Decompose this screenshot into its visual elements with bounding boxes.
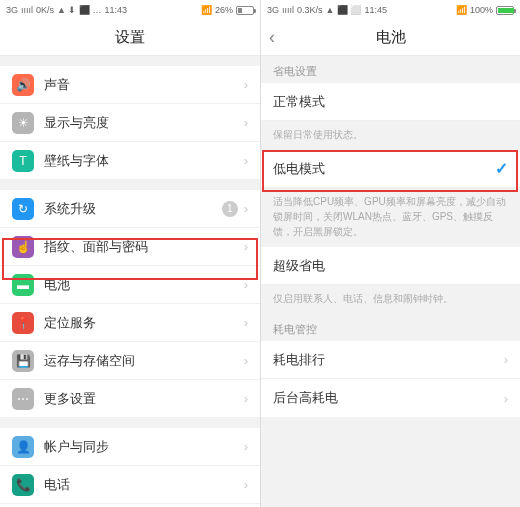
- battery-icon: [236, 6, 254, 15]
- accounts-sync-icon: 👤: [12, 436, 34, 458]
- mode-desc: 仅启用联系人、电话、信息和闹钟时钟。: [261, 285, 520, 314]
- display-brightness-icon: ☀: [12, 112, 34, 134]
- settings-row-ram-storage[interactable]: 💾运存与存储空间›: [0, 342, 260, 380]
- back-button[interactable]: ‹: [269, 27, 275, 48]
- battery-pct: 26%: [215, 5, 233, 15]
- chevron-right-icon: ›: [244, 477, 248, 492]
- battery-pct: 100%: [470, 5, 493, 15]
- row-label: 电话: [44, 476, 244, 494]
- row-label: 耗电排行: [273, 351, 504, 369]
- row-label: 运存与存储空间: [44, 352, 244, 370]
- status-icons: ▲ ⬇ ⬛ …: [57, 5, 101, 15]
- chevron-right-icon: ›: [244, 201, 248, 216]
- signal-icon: ııııl: [282, 5, 294, 15]
- status-bar: 3G ııııl 0K/s ▲ ⬇ ⬛ … 11:43 📶 26%: [0, 0, 260, 20]
- settings-row-fingerprint-face-password[interactable]: ☝指纹、面部与密码›: [0, 228, 260, 266]
- check-icon: ✓: [495, 159, 508, 178]
- ram-storage-icon: 💾: [12, 350, 34, 372]
- settings-list[interactable]: 🔊声音›☀显示与亮度›T壁纸与字体›↻系统升级1›☝指纹、面部与密码›▬电池›📍…: [0, 56, 260, 507]
- settings-row-system-upgrade[interactable]: ↻系统升级1›: [0, 190, 260, 228]
- header: ‹ 电池: [261, 20, 520, 56]
- settings-row-battery[interactable]: ▬电池›: [0, 266, 260, 304]
- settings-pane: 3G ııııl 0K/s ▲ ⬇ ⬛ … 11:43 📶 26% 设置 🔊声音…: [0, 0, 260, 507]
- settings-row-phone[interactable]: 📞电话›: [0, 466, 260, 504]
- wifi-icon: 📶: [201, 5, 212, 15]
- row-label: 正常模式: [273, 93, 508, 111]
- chevron-right-icon: ›: [504, 352, 508, 367]
- row-label: 电池: [44, 276, 244, 294]
- status-icons: ▲ ⬛ ⬜: [326, 5, 362, 15]
- location-services-icon: 📍: [12, 312, 34, 334]
- mode-row-normal-mode[interactable]: 正常模式: [261, 83, 520, 121]
- chevron-right-icon: ›: [244, 153, 248, 168]
- mode-row-super-saver[interactable]: 超级省电: [261, 247, 520, 285]
- mode-desc: 保留日常使用状态。: [261, 121, 520, 150]
- clock: 11:43: [104, 5, 127, 15]
- chevron-right-icon: ›: [244, 439, 248, 454]
- row-label: 壁纸与字体: [44, 152, 244, 170]
- wallpaper-font-icon: T: [12, 150, 34, 172]
- row-label: 帐户与同步: [44, 438, 244, 456]
- chevron-right-icon: ›: [244, 391, 248, 406]
- row-power-ranking[interactable]: 耗电排行›: [261, 341, 520, 379]
- settings-row-sound[interactable]: 🔊声音›: [0, 66, 260, 104]
- chevron-right-icon: ›: [244, 277, 248, 292]
- chevron-right-icon: ›: [504, 391, 508, 406]
- row-label: 更多设置: [44, 390, 244, 408]
- section-label-power-control: 耗电管控: [261, 314, 520, 341]
- battery-list: 省电设置正常模式保留日常使用状态。低电模式✓适当降低CPU频率、GPU频率和屏幕…: [261, 56, 520, 417]
- net-speed: 0K/s: [36, 5, 54, 15]
- fingerprint-face-password-icon: ☝: [12, 236, 34, 258]
- settings-row-display-brightness[interactable]: ☀显示与亮度›: [0, 104, 260, 142]
- settings-row-location-services[interactable]: 📍定位服务›: [0, 304, 260, 342]
- row-label: 显示与亮度: [44, 114, 244, 132]
- chevron-right-icon: ›: [244, 239, 248, 254]
- status-bar: 3G ııııl 0.3K/s ▲ ⬛ ⬜ 11:45 📶 100%: [261, 0, 520, 20]
- chevron-right-icon: ›: [244, 77, 248, 92]
- section-label-power-saving: 省电设置: [261, 56, 520, 83]
- row-background-high-power[interactable]: 后台高耗电›: [261, 379, 520, 417]
- settings-row-more-settings[interactable]: ⋯更多设置›: [0, 380, 260, 418]
- chevron-right-icon: ›: [244, 115, 248, 130]
- header: 设置: [0, 20, 260, 56]
- settings-row-accounts-sync[interactable]: 👤帐户与同步›: [0, 428, 260, 466]
- row-label: 后台高耗电: [273, 389, 504, 407]
- page-title: 设置: [115, 28, 145, 47]
- settings-row-wallpaper-font[interactable]: T壁纸与字体›: [0, 142, 260, 180]
- phone-icon: 📞: [12, 474, 34, 496]
- battery-icon: [496, 6, 514, 15]
- page-title: 电池: [376, 28, 406, 47]
- row-label: 定位服务: [44, 314, 244, 332]
- sound-icon: 🔊: [12, 74, 34, 96]
- row-label: 指纹、面部与密码: [44, 238, 244, 256]
- mode-desc: 适当降低CPU频率、GPU频率和屏幕亮度，减少自动锁屏时间，关闭WLAN热点、蓝…: [261, 188, 520, 247]
- row-label: 超级省电: [273, 257, 508, 275]
- signal-icon: ııııl: [21, 5, 33, 15]
- row-label: 系统升级: [44, 200, 222, 218]
- row-label: 低电模式: [273, 160, 495, 178]
- chevron-right-icon: ›: [244, 315, 248, 330]
- more-settings-icon: ⋯: [12, 388, 34, 410]
- net-type: 3G: [6, 5, 18, 15]
- wifi-icon: 📶: [456, 5, 467, 15]
- mode-row-low-power-mode[interactable]: 低电模式✓: [261, 150, 520, 188]
- net-type: 3G: [267, 5, 279, 15]
- net-speed: 0.3K/s: [297, 5, 323, 15]
- row-label: 声音: [44, 76, 244, 94]
- system-upgrade-icon: ↻: [12, 198, 34, 220]
- battery-pane: 3G ııııl 0.3K/s ▲ ⬛ ⬜ 11:45 📶 100% ‹ 电池 …: [260, 0, 520, 507]
- badge: 1: [222, 201, 238, 217]
- battery-icon: ▬: [12, 274, 34, 296]
- clock: 11:45: [364, 5, 387, 15]
- chevron-right-icon: ›: [244, 353, 248, 368]
